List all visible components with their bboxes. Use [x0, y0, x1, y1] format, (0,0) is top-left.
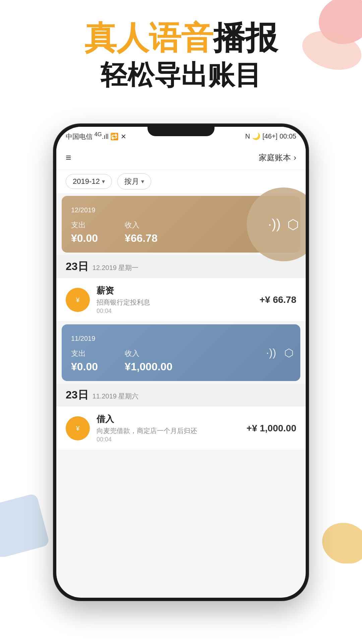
export-icon-nov[interactable]: ⬡ — [284, 346, 294, 359]
month-nov-label: 11/2019 — [71, 332, 291, 343]
month-card-november: 11/2019 支出 ¥0.00 收入 ¥1,000.00 ·)) ⬡ — [62, 324, 300, 381]
nov-income-label: 收入 — [125, 348, 172, 359]
account-name: 家庭账本 — [259, 152, 291, 163]
day-num-dec: 23日 — [66, 259, 88, 274]
day-detail-dec: 12.2019 星期一 — [93, 263, 139, 272]
trans-icon-nov: ¥ — [66, 416, 90, 440]
day-separator-nov: 23日 11.2019 星期六 — [56, 384, 306, 407]
period-filter-arrow: ▾ — [141, 178, 144, 185]
trans-info-nov: 借入 向麦兜借款，商定店一个月后归还 00:04 — [97, 413, 240, 443]
trans-info-dec: 薪资 招商银行定投利息 00:04 — [97, 285, 253, 315]
trans-name-dec: 薪资 — [97, 285, 253, 297]
account-selector[interactable]: 家庭账本 › — [259, 152, 296, 163]
trans-name-nov: 借入 — [97, 413, 240, 425]
nov-expense-amount: ¥0.00 — [71, 361, 98, 373]
deco-bottom-right — [315, 510, 362, 564]
day-detail-nov: 11.2019 星期六 — [93, 392, 139, 401]
date-filter-btn[interactable]: 2019-12 ▾ — [66, 174, 112, 189]
export-icon[interactable]: ⬡ — [287, 217, 299, 232]
date-filter-arrow: ▾ — [102, 178, 105, 185]
trans-amount-nov: +¥ 1,000.00 — [246, 423, 296, 434]
title-part-orange: 真人语音 — [84, 20, 213, 56]
phone-frame: 中国电信 4G.ıll 🔁 ✕ N 🌙 [46+] 00:05 ≡ 家庭账本 › — [54, 124, 308, 600]
dec-income-label: 收入 — [125, 220, 158, 230]
sound-icon-nov[interactable]: ·)) — [266, 346, 276, 359]
day-separator-dec: 23日 12.2019 星期一 — [56, 255, 306, 278]
transaction-item-nov[interactable]: ¥ 借入 向麦兜借款，商定店一个月后归还 00:04 +¥ 1,000.00 — [56, 407, 306, 450]
dec-expense-label: 支出 — [71, 220, 98, 230]
period-filter-value: 按月 — [124, 176, 139, 186]
trans-time-nov: 00:04 — [97, 436, 240, 443]
moon-icon: 🌙 — [252, 132, 260, 140]
dec-expense-group: 支出 ¥0.00 — [71, 220, 98, 245]
nov-expense-label: 支出 — [71, 348, 98, 359]
svg-rect-2 — [0, 493, 50, 557]
chevron-right-icon: › — [294, 153, 296, 162]
phone-screen: 中国电信 4G.ıll 🔁 ✕ N 🌙 [46+] 00:05 ≡ 家庭账本 › — [56, 127, 306, 598]
card-action-circle-dec: ·)) ⬡ — [247, 187, 306, 261]
dec-income-amount: ¥66.78 — [125, 232, 158, 245]
svg-text:¥: ¥ — [75, 425, 80, 432]
trans-desc-dec: 招商银行定投利息 — [97, 298, 253, 307]
svg-point-3 — [316, 517, 362, 564]
clock: 00:05 — [280, 132, 296, 140]
header-section: 真人语音播报 轻松导出账目 — [0, 20, 362, 91]
dec-income-group: 收入 ¥66.78 — [125, 220, 158, 245]
month-nov-figures: 支出 ¥0.00 收入 ¥1,000.00 — [71, 348, 291, 373]
battery-icon: [46+] — [262, 132, 278, 140]
dec-expense-amount: ¥0.00 — [71, 232, 98, 245]
sound-broadcast-icon[interactable]: ·)) — [268, 217, 281, 232]
status-right: N 🌙 [46+] 00:05 — [245, 132, 296, 140]
salary-icon: ¥ — [71, 293, 84, 306]
nfc-icon: N — [245, 132, 250, 140]
trans-amount-dec: +¥ 66.78 — [259, 294, 296, 305]
date-filter-value: 2019-12 — [73, 177, 100, 186]
phone-notch — [147, 124, 215, 136]
title-line1: 真人语音播报 — [0, 20, 362, 56]
month-card-december: 12/2019 支出 ¥0.00 收入 ¥66.78 ·)) ⬡ — [62, 196, 300, 253]
trans-icon-dec: ¥ — [66, 288, 90, 312]
card-action-icons-nov: ·)) ⬡ — [266, 346, 294, 359]
phone-mockup: 中国电信 4G.ıll 🔁 ✕ N 🌙 [46+] 00:05 ≡ 家庭账本 › — [54, 124, 308, 600]
carrier-text: 中国电信 4G.ıll 🔁 ✕ — [66, 131, 126, 141]
nov-expense-group: 支出 ¥0.00 — [71, 348, 98, 373]
period-filter-btn[interactable]: 按月 ▾ — [117, 173, 151, 190]
month-dec-year: 2019 — [80, 206, 96, 214]
month-nov-num: 11 — [71, 335, 78, 342]
nov-income-group: 收入 ¥1,000.00 — [125, 348, 172, 373]
transaction-item-dec[interactable]: ¥ 薪资 招商银行定投利息 00:04 +¥ 66.78 — [56, 278, 306, 322]
title-part-black: 播报 — [213, 20, 278, 56]
svg-text:¥: ¥ — [75, 296, 80, 304]
trans-desc-nov: 向麦兜借款，商定店一个月后归还 — [97, 426, 240, 435]
month-dec-num: 12 — [71, 206, 78, 214]
day-num-nov: 23日 — [66, 388, 88, 402]
title-line2: 轻松导出账目 — [0, 59, 362, 91]
nov-income-amount: ¥1,000.00 — [125, 361, 172, 373]
borrow-icon: ¥ — [71, 422, 84, 435]
trans-time-dec: 00:04 — [97, 308, 253, 315]
filter-bar: 2019-12 ▾ 按月 ▾ — [56, 170, 306, 193]
app-header: ≡ 家庭账本 › — [56, 146, 306, 170]
month-nov-year: 2019 — [80, 335, 96, 342]
menu-icon[interactable]: ≡ — [66, 152, 71, 163]
